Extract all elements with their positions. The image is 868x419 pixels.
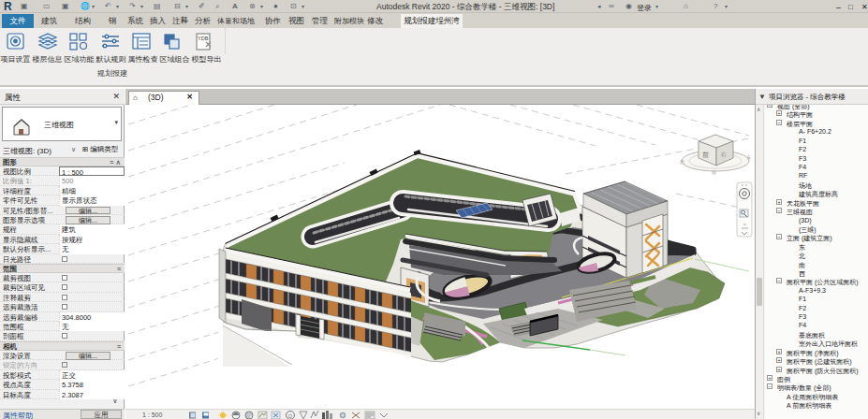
svg-text:前: 前 xyxy=(702,152,709,158)
svg-text:东: 东 xyxy=(746,154,751,160)
svg-text:西: 西 xyxy=(680,159,684,166)
svg-text:南: 南 xyxy=(712,169,716,175)
svg-text:Q: Q xyxy=(288,413,293,419)
svg-text:右: 右 xyxy=(720,151,727,158)
